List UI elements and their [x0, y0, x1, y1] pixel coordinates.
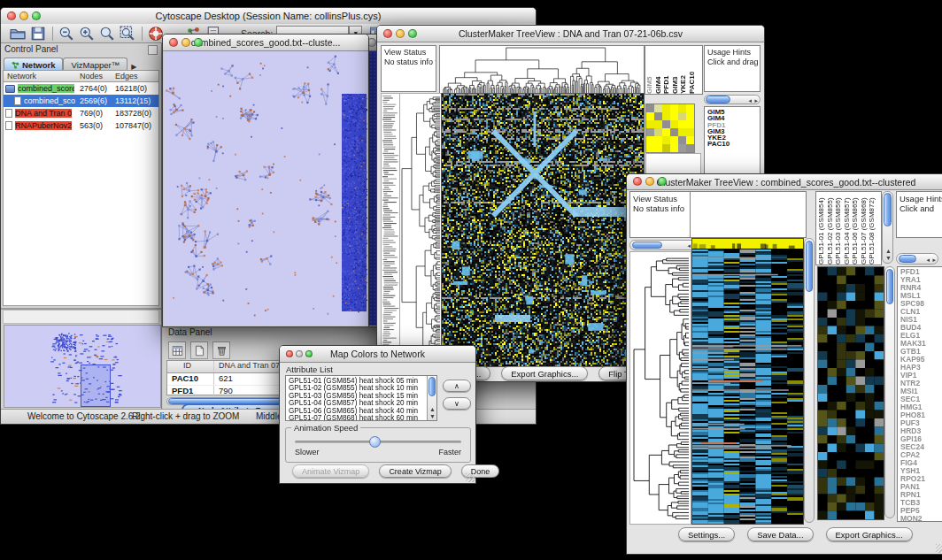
- birdseye-view[interactable]: [4, 325, 161, 408]
- gene-column-label[interactable]: GIM3: [671, 46, 680, 94]
- gene-list-item[interactable]: CLN1: [900, 308, 942, 316]
- zoom-selected-icon[interactable]: [120, 26, 135, 42]
- attribute-item[interactable]: GPL51-07 (GSM868) heat shock 60 min: [289, 415, 436, 421]
- col-nodes[interactable]: Nodes: [80, 72, 103, 81]
- gene-list-item[interactable]: MON2: [900, 515, 942, 522]
- gene-list-item[interactable]: YRA1: [900, 276, 942, 284]
- new-attribute-icon[interactable]: [190, 341, 208, 359]
- close-icon[interactable]: [7, 12, 16, 20]
- gene-list-item[interactable]: PFD1: [900, 268, 942, 276]
- network-row[interactable]: DNA and Tran 07 769(0) 183728(0): [4, 107, 158, 119]
- gene-column-label[interactable]: GIM5: [645, 46, 654, 94]
- usage-hscrollbar[interactable]: ◂▸: [896, 253, 938, 265]
- window-controls[interactable]: [7, 12, 41, 20]
- correlation-matrix[interactable]: [645, 104, 695, 153]
- gene-list-item[interactable]: YKE2: [707, 134, 760, 141]
- column-dendrogram[interactable]: [439, 45, 645, 95]
- gene-list-item[interactable]: ELG1: [900, 332, 942, 340]
- gene-list-vscrollbar[interactable]: [884, 266, 895, 518]
- network-row[interactable]: combined_scores 2764(0) 16218(0): [4, 82, 158, 95]
- gene-list-item[interactable]: PFD1: [707, 122, 760, 128]
- close-icon[interactable]: [633, 177, 642, 186]
- gene-list-item[interactable]: NIS1: [900, 316, 942, 324]
- column-tree-panel[interactable]: [690, 191, 807, 238]
- gene-list-item[interactable]: MAK31: [900, 340, 942, 348]
- zoom-in-icon[interactable]: [79, 26, 95, 42]
- minimize-icon[interactable]: [181, 38, 190, 47]
- treeview1-button[interactable]: Export Graphics...: [501, 366, 588, 380]
- minimize-icon[interactable]: [645, 177, 654, 186]
- open-folder-icon[interactable]: [10, 26, 26, 42]
- condition-label[interactable]: GPL51-06 (GSM865): [851, 192, 860, 265]
- treeview2-button[interactable]: Save Data...: [747, 527, 813, 541]
- gene-list-item[interactable]: GIM5: [707, 109, 760, 115]
- minimize-icon[interactable]: [296, 350, 303, 357]
- move-up-button[interactable]: ∧: [443, 380, 471, 392]
- zoom-window-icon[interactable]: [32, 12, 41, 20]
- zoom-window-icon[interactable]: [658, 177, 667, 186]
- zoom-window-icon[interactable]: [305, 350, 313, 357]
- gene-column-label[interactable]: YKE2: [679, 46, 688, 94]
- usage-hscrollbar[interactable]: ◂▸: [704, 95, 761, 104]
- col-edges[interactable]: Edges: [115, 72, 138, 81]
- save-icon[interactable]: [30, 26, 46, 42]
- heatmap-vscrollbar[interactable]: [804, 238, 815, 523]
- heatmap-main[interactable]: [691, 238, 804, 525]
- gene-list-item[interactable]: PHO81: [900, 411, 942, 419]
- close-icon[interactable]: [383, 29, 392, 38]
- condition-label[interactable]: GPL51-02 (GSM855): [826, 192, 835, 265]
- gene-list-item[interactable]: CPA2: [900, 451, 942, 459]
- gene-list-item[interactable]: HMG1: [900, 403, 942, 411]
- gene-list-item[interactable]: SEC1: [900, 395, 942, 403]
- view-status-hscrollbar[interactable]: ◂▸: [629, 240, 700, 250]
- gene-list-item[interactable]: BUD4: [900, 324, 942, 332]
- gene-list-item[interactable]: MSI1: [900, 387, 942, 395]
- treeview1-titlebar[interactable]: ClusterMaker TreeView : DNA and Tran 07-…: [377, 26, 764, 42]
- gene-list-item[interactable]: FIG4: [900, 459, 942, 467]
- gene-column-label[interactable]: GIM4: [654, 46, 663, 94]
- treeview2-button[interactable]: Export Graphics...: [826, 527, 913, 541]
- condition-label[interactable]: GPL51-08 (GSM872): [868, 192, 876, 265]
- attribute-table-icon[interactable]: [168, 341, 186, 359]
- minimize-icon[interactable]: [396, 29, 405, 38]
- zoom-fit-icon[interactable]: [99, 26, 115, 42]
- row-dendrogram[interactable]: [629, 251, 691, 525]
- gene-list-item[interactable]: RPO21: [900, 475, 942, 483]
- gene-list-item[interactable]: GPI16: [900, 435, 942, 443]
- attribute-vscrollbar[interactable]: ▲▼: [427, 376, 436, 420]
- gene-list-item[interactable]: GTB1: [900, 348, 942, 356]
- speed-slider-thumb[interactable]: [369, 436, 381, 448]
- gene-column-label[interactable]: PAC10: [688, 46, 697, 94]
- gene-list-item[interactable]: PAN1: [900, 483, 942, 491]
- gene-list-item[interactable]: PEP5: [900, 507, 942, 515]
- gene-list-item[interactable]: RPN1: [900, 491, 942, 499]
- move-down-button[interactable]: ∨: [443, 397, 471, 410]
- gene-list-item[interactable]: SPC98: [900, 300, 942, 308]
- heatmap-main[interactable]: [441, 93, 645, 367]
- treeview2-titlebar[interactable]: ClusterMaker TreeView : combined_scores_…: [627, 174, 942, 190]
- gene-list-item[interactable]: KAP95: [900, 356, 942, 364]
- condition-label[interactable]: GPL51-03 (GSM856): [834, 192, 843, 265]
- row-dendrogram[interactable]: [399, 93, 442, 367]
- gene-list-item[interactable]: YSH1: [900, 467, 942, 475]
- tab-vizmapper[interactable]: VizMapper™: [63, 58, 127, 71]
- close-icon[interactable]: [169, 38, 178, 47]
- close-icon[interactable]: [286, 350, 293, 357]
- gene-column-label[interactable]: PFD1: [662, 46, 671, 94]
- gene-list-item[interactable]: PAC10: [707, 141, 760, 147]
- main-titlebar[interactable]: Cytoscape Desktop (Session Name: collins…: [1, 8, 536, 25]
- dialog-titlebar[interactable]: Map Colors to Network: [280, 346, 475, 363]
- condition-label[interactable]: GPL51-07 (GSM868): [860, 192, 869, 265]
- float-panel-icon[interactable]: [148, 45, 158, 55]
- col-network[interactable]: Network: [7, 72, 36, 81]
- zoom-window-icon[interactable]: [194, 38, 203, 47]
- gene-list-item[interactable]: HAP3: [900, 364, 942, 372]
- tab-network[interactable]: Network: [4, 58, 63, 71]
- condition-vscrollbar[interactable]: ▲▼: [882, 191, 893, 264]
- delete-attribute-icon[interactable]: [212, 341, 230, 359]
- minimize-icon[interactable]: [19, 12, 28, 20]
- gene-list-item[interactable]: HRD3: [900, 427, 942, 435]
- network-row[interactable]: RNAPuberNov2+ 563(0) 107847(0): [4, 119, 158, 132]
- gene-list-item[interactable]: PUF3: [900, 419, 942, 427]
- condition-label[interactable]: GPL51-04 (GSM857): [843, 192, 852, 265]
